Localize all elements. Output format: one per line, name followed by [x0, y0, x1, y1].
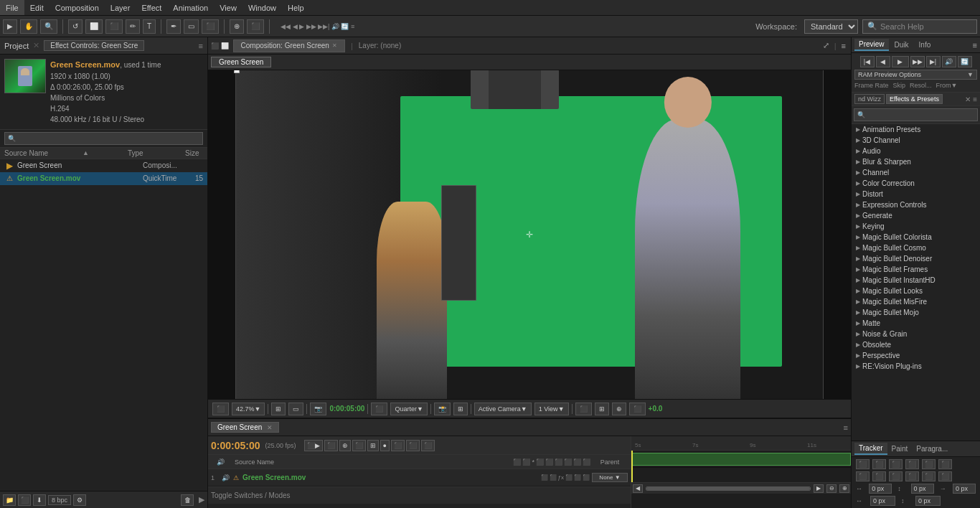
ep-search-input[interactable] [867, 108, 974, 121]
rp-tab-paragra[interactable]: Paragra... [912, 443, 952, 454]
tl-layer-row[interactable]: 1 🔊 ⚠ Green Screen.mov ⬛ ⬛ ƒx ⬛ ⬛ ⬛ [208, 469, 631, 486]
tl-playhead[interactable] [631, 451, 633, 482]
effect-revision-plugins[interactable]: ▶ RE:Vision Plug-ins [852, 361, 980, 372]
timeline-close-btn[interactable]: ✕ [267, 424, 273, 431]
comp-tab-composition[interactable]: Composition: Green Screen ✕ [233, 39, 345, 52]
sw4[interactable]: ⬛ [565, 474, 573, 481]
prev-last-btn[interactable]: ▶| [926, 56, 941, 67]
tl-btn1[interactable]: ⬛▶ [304, 440, 323, 451]
camera-tool[interactable]: ⬜ [85, 19, 103, 34]
rect-tool[interactable]: ▭ [184, 19, 199, 34]
tl-zoom-out[interactable]: ⊖ [826, 484, 837, 493]
effect-mb-misfire[interactable]: ▶ Magic Bullet MisFire [852, 296, 980, 307]
rp-tab-preview[interactable]: Preview [854, 39, 889, 51]
tl-clip-bar[interactable] [631, 453, 851, 466]
vc-color-btn[interactable]: ⬛ [371, 403, 387, 415]
prev-loop-btn[interactable]: 🔄 [958, 56, 972, 67]
dist-v-btn[interactable]: ⬛ [872, 471, 886, 481]
prev-play-btn[interactable]: ▶ [892, 56, 909, 67]
effect-obsolete[interactable]: ▶ Obsolete [852, 339, 980, 350]
tl-scroll-left[interactable]: ◀ [633, 484, 643, 493]
effect-color-correction[interactable]: ▶ Color Correction [852, 178, 980, 189]
green-screen-tab[interactable]: Green Screen [211, 57, 271, 67]
align-left-btn[interactable]: ⬛ [856, 459, 870, 469]
project-settings-btn[interactable]: ⚙ [73, 494, 86, 506]
menu-composition[interactable]: Composition [50, 0, 105, 15]
align-bottom-btn[interactable]: ⬛ [938, 459, 952, 469]
ep-close-btn[interactable]: ✕ [965, 95, 971, 103]
effect-mb-colorista[interactable]: ▶ Magic Bullet Colorista [852, 232, 980, 243]
expand-btn[interactable]: ▶ [199, 495, 204, 504]
pen-tool[interactable]: ✒ [166, 19, 181, 34]
effect-matte[interactable]: ▶ Matte [852, 318, 980, 329]
active-camera-select[interactable]: Active Camera ▼ [474, 403, 532, 415]
project-tab[interactable]: Project [4, 42, 29, 50]
selection-tool[interactable]: ▶ [3, 19, 17, 34]
zoom-tool[interactable]: 🔍 [40, 19, 57, 34]
tl-scroll-right[interactable]: ▶ [814, 484, 824, 493]
hand-tool[interactable]: ✋ [20, 19, 37, 34]
list-item[interactable]: ⚠ Green Screen.mov QuickTime 15 [0, 172, 207, 185]
ep-menu-btn[interactable]: ≡ [973, 95, 977, 103]
vc-camera-icon[interactable]: 📸 [434, 403, 451, 415]
sw1[interactable]: ⬛ [541, 474, 548, 481]
effect-controls-tab[interactable]: Effect Controls: Green Scre [44, 40, 144, 51]
align-top-btn[interactable]: ⬛ [905, 459, 919, 469]
workspace-select[interactable]: Standard [804, 19, 858, 34]
sw2[interactable]: ⬛ [550, 474, 557, 481]
tl-btn9[interactable]: ⬛ [421, 440, 435, 451]
ep-effects-tab[interactable]: Effects & Presets [886, 94, 943, 104]
vc-quality-select[interactable]: Quarter ▼ [390, 403, 427, 415]
search-help-box[interactable]: 🔍 Search Help [862, 19, 977, 34]
align-center-btn[interactable]: ⬛ [872, 459, 886, 469]
effect-distort[interactable]: ▶ Distort [852, 189, 980, 199]
dist-5-btn[interactable]: ⬛ [922, 471, 936, 481]
effect-channel[interactable]: ▶ Channel [852, 167, 980, 178]
menu-animation[interactable]: Animation [167, 0, 214, 15]
timeline-tab-greenscreen[interactable]: Green Screen ✕ [211, 422, 279, 433]
effect-mb-mojo[interactable]: ▶ Magic Bullet Mojo [852, 307, 980, 318]
after-pan-tool[interactable]: ⬛ [105, 19, 123, 34]
puppet-tool[interactable]: ⬛ [247, 19, 264, 34]
import-btn[interactable]: ⬇ [33, 494, 46, 506]
timeline-menu-btn[interactable]: ≡ [844, 423, 848, 432]
tl-btn8[interactable]: ⬛ [406, 440, 420, 451]
menu-file[interactable]: File [0, 0, 24, 15]
zoom-display[interactable]: 42.7% ▼ [232, 403, 265, 415]
tl-btn4[interactable]: ⬛ [352, 440, 366, 451]
list-item[interactable]: ▶ Green Screen Composi... [0, 159, 207, 172]
rp-tab-paint[interactable]: Paint [887, 443, 913, 454]
effect-3d-channel[interactable]: ▶ 3D Channel [852, 135, 980, 146]
dist-h-btn[interactable]: ⬛ [856, 471, 870, 481]
tl-zoom-in[interactable]: ⊕ [839, 484, 849, 493]
menu-edit[interactable]: Edit [24, 0, 50, 15]
tl-scrollbar[interactable] [646, 486, 811, 491]
rp-tab-duik[interactable]: Duik [890, 39, 913, 50]
tl-btn3[interactable]: ⊕ [339, 440, 351, 451]
new-folder-btn[interactable]: 📁 [3, 494, 16, 506]
effect-noise-grain[interactable]: ▶ Noise & Grain [852, 329, 980, 339]
tl-btn2[interactable]: ⬛ [324, 440, 338, 451]
ep-wizz-tab[interactable]: nd Wizz [854, 94, 885, 104]
viewport[interactable]: ✛ [208, 70, 851, 399]
comp-menu-btn[interactable]: ≡ [839, 41, 848, 51]
prev-back-btn[interactable]: ◀ [876, 56, 890, 67]
effect-mb-instanthd[interactable]: ▶ Magic Bullet InstantHD [852, 275, 980, 286]
sw6[interactable]: ⬛ [583, 474, 590, 481]
vc-safe-btn[interactable]: ▭ [288, 403, 303, 415]
sw5[interactable]: ⬛ [574, 474, 581, 481]
toggle-switches-label[interactable]: Toggle Switches / Modes [211, 491, 291, 499]
dist-4-btn[interactable]: ⬛ [905, 471, 919, 481]
effect-mb-looks[interactable]: ▶ Magic Bullet Looks [852, 286, 980, 296]
vc-toggle4[interactable]: ⬛ [629, 403, 646, 415]
rotate-tool[interactable]: ↺ [68, 19, 83, 34]
dist-6-btn[interactable]: ⬛ [938, 471, 952, 481]
vc-toggle3[interactable]: ⊕ [612, 403, 626, 415]
vc-camera-btn[interactable]: 📷 [310, 403, 326, 415]
menu-help[interactable]: Help [282, 0, 310, 15]
menu-effect[interactable]: Effect [136, 0, 167, 15]
effect-generate[interactable]: ▶ Generate [852, 210, 980, 221]
anchor-tool[interactable]: ⊕ [230, 19, 244, 34]
sw3[interactable]: ƒx [558, 474, 564, 481]
tl-btn6[interactable]: ● [380, 440, 390, 451]
